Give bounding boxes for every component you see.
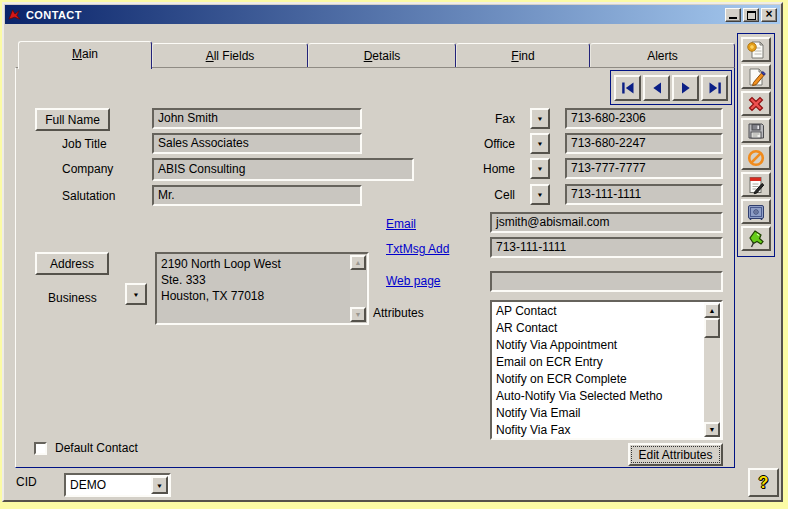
list-item[interactable]: AR Contact	[496, 320, 721, 337]
first-record-button[interactable]	[614, 75, 641, 101]
scroll-down-icon[interactable]: ▼	[350, 307, 366, 322]
default-contact-checkbox[interactable]	[34, 442, 47, 455]
chevron-down-icon: ▼	[133, 291, 140, 297]
vault-button[interactable]	[741, 199, 771, 224]
save-icon	[746, 121, 766, 141]
webpage-field[interactable]	[490, 271, 723, 292]
app-icon	[8, 8, 21, 21]
cell-label: Cell	[455, 188, 515, 202]
txtmsg-field[interactable]: 713-111-1111	[490, 237, 723, 258]
scroll-up-icon[interactable]: ▲	[350, 255, 366, 270]
save-record-button[interactable]	[741, 118, 771, 143]
address-line: 2190 North Loop West	[161, 256, 363, 272]
chevron-down-icon: ▼	[537, 115, 544, 121]
company-field[interactable]: ABIS Consulting	[152, 158, 414, 181]
chevron-down-icon: ▼	[537, 165, 544, 171]
tab-details[interactable]: Details	[308, 43, 456, 67]
scroll-up-icon[interactable]: ▲	[704, 303, 720, 318]
titlebar[interactable]: CONTACT ×	[5, 5, 780, 24]
list-item[interactable]: AP Contact	[496, 303, 721, 320]
memo-icon	[746, 175, 766, 195]
pushpin-button[interactable]	[741, 226, 771, 251]
job-title-label: Job Title	[62, 137, 107, 151]
address-button[interactable]: Address	[35, 252, 109, 275]
tab-all-fields-label: All Fields	[206, 49, 255, 63]
txtmsg-link[interactable]: TxtMsg Add	[386, 242, 449, 256]
tab-find[interactable]: Find	[456, 43, 590, 67]
safe-icon	[746, 202, 766, 222]
desktop-background: CONTACT × Main All Fields Details Find A…	[0, 0, 788, 509]
minimize-button[interactable]	[725, 8, 741, 22]
list-item[interactable]: Notify Via Email	[496, 405, 721, 422]
delete-record-button[interactable]	[741, 91, 771, 116]
full-name-button[interactable]: Full Name	[35, 108, 110, 131]
cid-label: CID	[16, 475, 37, 489]
minimize-icon	[729, 17, 737, 19]
last-record-button[interactable]	[701, 75, 728, 101]
chevron-down-icon: ▼	[537, 140, 544, 146]
fax-field[interactable]: 713-680-2306	[565, 108, 723, 129]
next-record-button[interactable]	[672, 75, 699, 101]
fax-type-dropdown[interactable]: ▼	[530, 108, 550, 129]
contact-window: CONTACT × Main All Fields Details Find A…	[2, 2, 783, 502]
tab-all-fields[interactable]: All Fields	[152, 43, 308, 67]
address-scrollbar[interactable]: ▲ ▼	[350, 255, 366, 322]
email-field[interactable]: jsmith@abismail.com	[490, 212, 723, 233]
memo-button[interactable]	[741, 172, 771, 197]
record-toolbar	[737, 33, 775, 257]
list-item[interactable]: Notify on ECR Complete	[496, 371, 721, 388]
office-phone-field[interactable]: 713-680-2247	[565, 133, 723, 154]
edit-attributes-button[interactable]: Edit Attributes	[628, 443, 723, 466]
tab-find-label: Find	[511, 49, 534, 63]
webpage-link[interactable]: Web page	[386, 274, 441, 288]
maximize-button[interactable]	[743, 8, 759, 22]
full-name-field[interactable]: John Smith	[152, 108, 362, 129]
help-button[interactable]: ?	[748, 468, 779, 497]
address-type-dropdown[interactable]: ▼	[125, 283, 147, 305]
cid-combobox[interactable]: DEMO ▼	[64, 473, 171, 497]
list-item[interactable]: Email on ECR Entry	[496, 354, 721, 371]
address-line: Ste. 333	[161, 272, 363, 288]
tab-alerts[interactable]: Alerts	[590, 43, 735, 67]
tab-alerts-label: Alerts	[647, 49, 678, 63]
new-record-button[interactable]	[741, 37, 771, 62]
record-navigation	[610, 70, 732, 105]
cell-phone-field[interactable]: 713-111-1111	[565, 184, 723, 205]
address-type-label: Business	[48, 291, 97, 305]
chevron-down-icon: ▼	[156, 482, 163, 488]
salutation-field[interactable]: Mr.	[152, 185, 362, 206]
pushpin-icon	[746, 229, 766, 249]
attributes-listbox[interactable]: AP Contact AR Contact Notify Via Appoint…	[490, 300, 723, 440]
cid-value: DEMO	[70, 478, 106, 492]
tab-main[interactable]: Main	[18, 41, 152, 69]
home-phone-field[interactable]: 713-777-7777	[565, 158, 723, 179]
list-item[interactable]: Auto-Notify Via Selected Metho	[496, 388, 721, 405]
list-item[interactable]: Notify Via Appointment	[496, 337, 721, 354]
home-type-dropdown[interactable]: ▼	[530, 158, 550, 179]
office-label: Office	[455, 137, 515, 151]
close-button[interactable]: ×	[761, 8, 777, 22]
maximize-icon	[747, 11, 756, 20]
tab-details-label: Details	[364, 49, 401, 63]
previous-record-button[interactable]	[643, 75, 670, 101]
address-field[interactable]: 2190 North Loop West Ste. 333 Houston, T…	[155, 252, 369, 325]
attributes-label: Attributes	[373, 306, 424, 320]
email-link[interactable]: Email	[386, 217, 416, 231]
last-record-icon	[707, 81, 723, 95]
edit-record-button[interactable]	[741, 64, 771, 89]
scroll-down-icon[interactable]: ▼	[704, 422, 720, 437]
home-label: Home	[455, 162, 515, 176]
edit-record-icon	[746, 67, 766, 87]
attributes-scrollbar[interactable]: ▲ ▼	[704, 303, 720, 437]
list-item[interactable]: Nofity Via Fax	[496, 422, 721, 439]
salutation-label: Salutation	[62, 189, 115, 203]
cid-dropdown-button[interactable]: ▼	[151, 476, 168, 494]
scrollbar-thumb[interactable]	[704, 318, 720, 338]
job-title-field[interactable]: Sales Associates	[152, 133, 362, 154]
cancel-icon	[746, 148, 766, 168]
cancel-button[interactable]	[741, 145, 771, 170]
close-icon: ×	[765, 9, 772, 20]
cell-type-dropdown[interactable]: ▼	[530, 184, 550, 205]
tab-main-label: Main	[72, 47, 98, 61]
office-type-dropdown[interactable]: ▼	[530, 133, 550, 154]
